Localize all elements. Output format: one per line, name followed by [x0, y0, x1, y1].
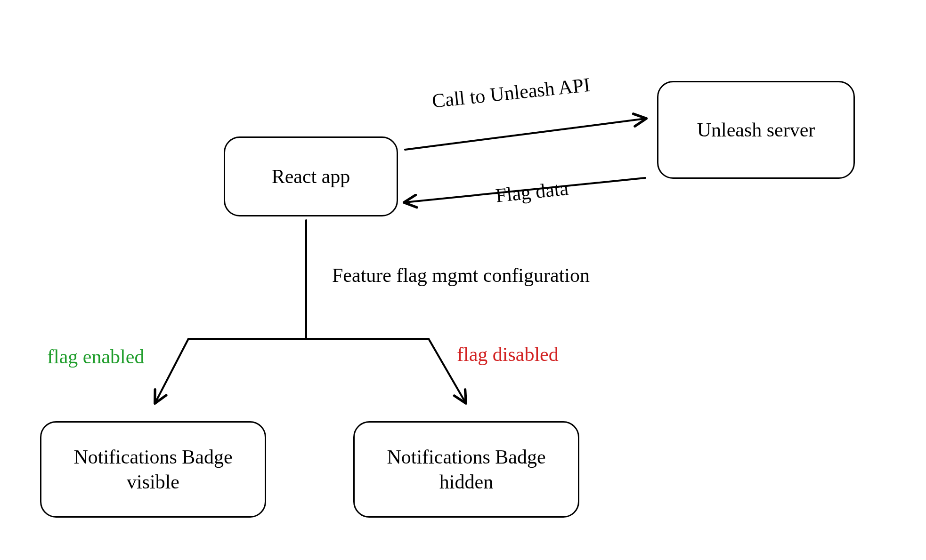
node-unleash-server: Unleash server — [657, 81, 855, 179]
node-badge-hidden: Notifications Badge hidden — [353, 421, 579, 518]
node-label: Notifications Badge visible — [73, 445, 232, 494]
arrow-flag-enabled — [155, 339, 188, 402]
label-flag-disabled: flag disabled — [457, 344, 559, 365]
diagram-stage: React app Unleash server Notifications B… — [0, 0, 926, 560]
node-react-app: React app — [224, 136, 398, 216]
node-label: React app — [272, 164, 350, 189]
node-badge-visible: Notifications Badge visible — [40, 421, 266, 518]
node-label: Notifications Badge hidden — [387, 445, 545, 494]
label-flag-enabled: flag enabled — [47, 346, 144, 368]
arrow-call-api — [405, 119, 645, 150]
node-label: Unleash server — [697, 118, 815, 143]
label-config: Feature flag mgmt configuration — [332, 264, 590, 286]
